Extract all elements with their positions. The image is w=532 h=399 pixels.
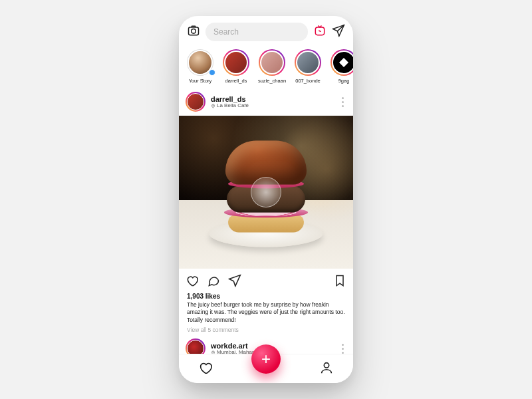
- story-item[interactable]: 007_bonde: [293, 49, 323, 84]
- story-item[interactable]: 9gag: [329, 49, 353, 84]
- post-author-avatar[interactable]: [186, 338, 205, 354]
- story-label: darrell_ds: [225, 78, 247, 84]
- igtv-icon[interactable]: [313, 24, 327, 40]
- phone-frame: Your Story darrell_ds suzie_chaan 007_bo…: [179, 16, 353, 383]
- story-label: suzie_chaan: [258, 78, 286, 84]
- nav-activity-icon[interactable]: [198, 360, 213, 378]
- camera-icon[interactable]: [187, 24, 200, 40]
- direct-message-icon[interactable]: [332, 24, 345, 40]
- create-post-button[interactable]: +: [251, 344, 281, 374]
- post-more-icon[interactable]: [342, 344, 346, 354]
- post-more-icon[interactable]: [342, 97, 346, 107]
- post-caption: The juicy beef burger took me by surpris…: [179, 300, 353, 325]
- story-label: Your Story: [189, 78, 212, 84]
- svg-point-3: [213, 105, 213, 106]
- story-item[interactable]: suzie_chaan: [257, 49, 287, 84]
- search-input[interactable]: [213, 27, 300, 37]
- svg-point-4: [213, 352, 213, 352]
- feed-scroll-area[interactable]: Your Story darrell_ds suzie_chaan 007_bo…: [179, 47, 353, 354]
- post-action-bar: [179, 269, 353, 293]
- like-icon[interactable]: [186, 274, 199, 290]
- post-header: darrell_ds La Bella Café: [179, 88, 353, 116]
- touch-ripple-icon: [251, 177, 281, 207]
- nav-profile-icon[interactable]: [319, 360, 334, 378]
- svg-point-5: [324, 362, 329, 367]
- plus-icon: +: [261, 350, 271, 368]
- post-username[interactable]: darrell_ds: [211, 95, 336, 103]
- story-item[interactable]: darrell_ds: [221, 49, 251, 84]
- top-bar: [179, 16, 353, 45]
- post-author-avatar[interactable]: [186, 92, 205, 112]
- comment-icon[interactable]: [207, 274, 220, 290]
- post-location[interactable]: La Bella Café: [211, 103, 336, 109]
- likes-count[interactable]: 1,903 likes: [179, 293, 353, 300]
- add-story-badge: [209, 69, 215, 76]
- post-image[interactable]: [179, 116, 353, 269]
- bookmark-icon[interactable]: [333, 274, 346, 290]
- story-label: 9gag: [338, 78, 350, 84]
- view-comments-link[interactable]: View all 5 comments: [179, 325, 353, 334]
- share-icon[interactable]: [228, 274, 241, 290]
- stories-tray[interactable]: Your Story darrell_ds suzie_chaan 007_bo…: [179, 47, 353, 88]
- story-your-story[interactable]: Your Story: [186, 49, 215, 84]
- svg-point-1: [192, 29, 196, 34]
- search-field[interactable]: [205, 23, 308, 41]
- story-label: 007_bonde: [295, 78, 321, 84]
